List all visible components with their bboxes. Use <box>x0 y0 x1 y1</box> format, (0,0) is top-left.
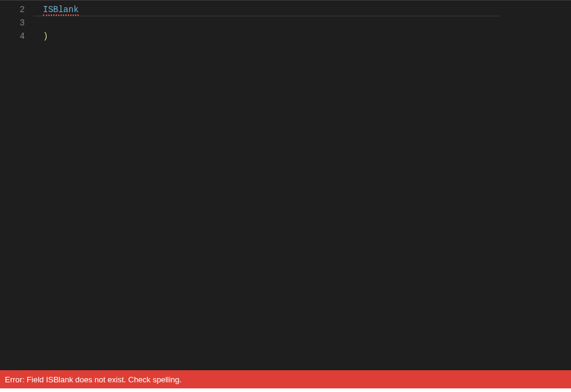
code-line[interactable]: ISBlank <box>43 3 571 16</box>
token-identifier[interactable]: ISBlank <box>43 5 79 16</box>
line-gutter: 2 3 4 <box>0 1 33 370</box>
error-message: Error: Field ISBlank does not exist. Che… <box>5 375 182 384</box>
code-content[interactable]: ISBlank ) <box>33 1 571 370</box>
token-paren[interactable]: ) <box>43 31 48 41</box>
current-line-highlight <box>33 3 500 16</box>
editor-area[interactable]: 2 3 4 ISBlank ) <box>0 0 571 370</box>
error-bar[interactable]: Error: Field ISBlank does not exist. Che… <box>0 370 571 388</box>
line-number: 4 <box>0 30 25 43</box>
code-line[interactable] <box>43 16 571 30</box>
line-number: 2 <box>0 3 25 16</box>
code-line[interactable]: ) <box>43 30 571 43</box>
bottom-spacer <box>0 388 571 392</box>
line-number: 3 <box>0 16 25 30</box>
